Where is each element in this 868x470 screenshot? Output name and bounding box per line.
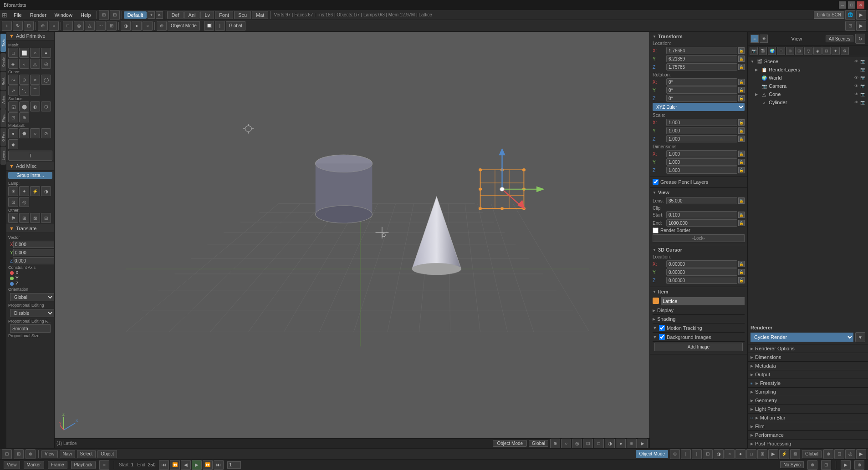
freestyle-section[interactable]: ■ ▶ Freestyle [748,379,868,388]
navi-btn[interactable]: Navi [60,450,75,458]
viewport-shading3[interactable]: ○ [143,21,153,31]
item-name-input[interactable] [661,297,745,305]
layout-icon1[interactable]: ⊞ [99,10,109,20]
bot-icon3[interactable]: | [692,449,702,459]
bot-icon8[interactable]: □ [746,449,756,459]
object-mode-bottom[interactable]: Object Mode [493,440,527,447]
cursor-x-input[interactable] [666,260,737,268]
surf1[interactable]: ◱ [8,101,18,111]
all-scenes-btn[interactable]: All Scenes [826,35,853,42]
status-end1[interactable]: ⊕ [807,460,817,470]
surf3[interactable]: ◐ [30,101,40,111]
vtab-grease[interactable]: G-Pen [0,128,6,146]
curve-path[interactable]: ↗ [8,86,18,96]
rot-mode-select[interactable]: XYZ Euler [653,103,745,111]
snap-icon[interactable]: 🔲 [204,21,214,31]
tool-various1[interactable]: | [215,21,225,31]
metadata-section[interactable]: ▶ Metadata [748,362,868,370]
bot-icon2[interactable]: | [681,449,691,459]
renderer-expand-icon[interactable]: ▼ [855,332,865,342]
tree-world[interactable]: 🌍 World 👁 📷 [748,74,868,82]
vp-icon1[interactable]: ⊕ [550,439,560,449]
lamp-area[interactable]: ⊡ [8,197,18,207]
dim-z-input[interactable] [666,167,737,174]
play-end-btn[interactable]: ⏭ [214,460,224,470]
cursor-y-lock[interactable]: 🔒 [738,269,745,275]
lamp-spot[interactable]: ⚡ [30,186,40,196]
tool-icon3[interactable]: △ [85,21,95,31]
object-btn[interactable]: Object [97,450,117,458]
scale-x-input[interactable] [666,119,737,126]
tool-icon2[interactable]: ◎ [74,21,84,31]
post-processing-section[interactable]: ▶ Post Processing [748,440,868,448]
menu-file[interactable]: File [10,11,26,19]
viewport[interactable]: User Ortho [55,32,649,448]
scene-refresh-icon[interactable]: ↻ [855,34,865,44]
render-border-checkbox[interactable] [653,227,659,233]
workspace-default[interactable]: Default [124,11,147,19]
meta3[interactable]: ○ [30,128,40,138]
tool-move[interactable]: ↕ [2,21,12,31]
mesh-cube[interactable]: ⬜ [19,48,29,58]
workspace-scu[interactable]: Scu [234,11,251,19]
tree-camera[interactable]: 📷 Camera 👁 📷 [748,82,868,90]
dim-z-lock[interactable]: 🔒 [738,167,745,173]
bot-icon4[interactable]: ⊡ [703,449,713,459]
sp-particles-icon[interactable]: ✦ [832,47,840,55]
bot-icon11[interactable]: ⚡ [779,449,789,459]
mesh-plane[interactable]: □ [8,48,18,58]
vtab-create[interactable]: Create [0,53,6,71]
rot-x-lock[interactable]: 🔒 [738,79,745,85]
object-mode-btn[interactable]: Object Mode [168,21,200,30]
shading-section[interactable]: ▶ Shading [653,315,745,323]
view-btn[interactable]: View [41,450,58,458]
scene-icon[interactable]: 🌐 [845,10,855,20]
tree-render-layers[interactable]: ▶ 📋 RenderLayers 📷 [748,66,868,74]
mesh-icosphere[interactable]: ◈ [8,59,18,69]
scale-y-lock[interactable]: 🔒 [738,127,745,134]
status-view-btn[interactable]: View [4,461,20,469]
status-playback-btn[interactable]: Playback [71,461,96,469]
vp-icon9[interactable]: ▶ [638,439,648,449]
current-frame-input[interactable] [227,461,241,469]
sp-texture-icon[interactable]: ⊟ [822,47,831,55]
pivot-bottom[interactable]: Global [529,440,548,447]
vec-y-input[interactable] [13,249,54,256]
vp-icon5[interactable]: □ [594,439,604,449]
play-btn[interactable]: ▶ [192,460,202,470]
status-marker-btn[interactable]: Marker [24,461,44,469]
minimize-button[interactable]: ─ [839,1,846,9]
meta4[interactable]: ⊘ [41,128,51,138]
maximize-button[interactable]: □ [848,1,855,9]
cursor-z-lock[interactable]: 🔒 [738,277,745,283]
snap-tool[interactable]: ⊕ [38,21,48,31]
bot-icon9[interactable]: ⊞ [757,449,767,459]
lamp-extra[interactable]: ◎ [19,197,29,207]
curve-circle[interactable]: ⊙ [19,75,29,85]
scale-z-input[interactable] [666,135,737,142]
workspace-font[interactable]: Font [215,11,233,19]
play-rev-btn[interactable]: ◀ [181,460,191,470]
tool-icon5[interactable]: ⊞ [107,21,117,31]
grease-pencil-checkbox[interactable] [653,179,659,185]
add-primitive-header[interactable]: ▼ Add Primitive [6,32,54,40]
scale-x-lock[interactable]: 🔒 [738,119,745,126]
meta2[interactable]: ⬟ [19,128,29,138]
layout-icon2[interactable]: ⊟ [110,10,120,20]
bottom-icon1[interactable]: ⊡ [2,449,12,459]
cursor-y-input[interactable] [666,268,737,276]
play-next-btn[interactable]: ⏩ [203,460,213,470]
close-button[interactable]: ✕ [857,1,864,9]
display-section[interactable]: ▶ Display [653,306,745,315]
workspace-lv[interactable]: Lv [200,11,214,19]
tool-icon1[interactable]: □ [63,21,73,31]
bottom-icon3[interactable]: ⊕ [26,449,36,459]
tree-cone[interactable]: ▶ △ Cone 👁 📷 [748,90,868,98]
bot-icon10[interactable]: ▶ [768,449,778,459]
lamp-sun[interactable]: ✦ [19,186,29,196]
link-to-scn-btn[interactable]: Link to SCN [814,11,844,19]
cursor-x-lock[interactable]: 🔒 [738,261,745,267]
no-sync-btn[interactable]: No Sync [780,461,804,468]
workspace-mat[interactable]: Mat [252,11,268,19]
bot-end4[interactable]: ▶ [856,449,866,459]
